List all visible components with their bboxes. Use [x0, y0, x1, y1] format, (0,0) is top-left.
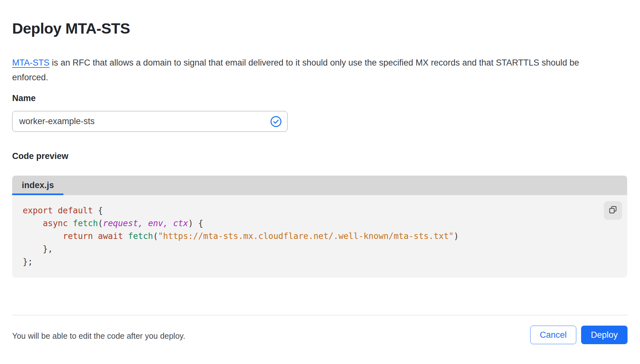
page-description: MTA-STS is an RFC that allows a domain t… [12, 55, 616, 85]
code-line: async fetch(request, env, ctx) { [23, 217, 627, 230]
copy-icon [608, 205, 618, 216]
name-input[interactable] [12, 111, 288, 132]
code-line: export default { [23, 204, 627, 217]
code-editor: export default { async fetch(request, en… [12, 195, 627, 278]
code-line: }; [23, 255, 627, 268]
name-label: Name [12, 93, 36, 103]
code-line: }, [23, 242, 627, 255]
tab-index-js[interactable]: index.js [12, 176, 64, 195]
name-input-wrap [12, 111, 288, 132]
code-lines: export default { async fetch(request, en… [23, 204, 627, 268]
code-tabbar: index.js [12, 176, 627, 195]
deploy-button[interactable]: Deploy [581, 326, 628, 344]
mta-sts-link[interactable]: MTA-STS [12, 58, 50, 67]
description-text: is an RFC that allows a domain to signal… [12, 58, 579, 82]
footer-divider [12, 315, 628, 315]
check-circle-icon [270, 115, 282, 128]
page-title: Deploy MTA-STS [12, 20, 130, 37]
cancel-button[interactable]: Cancel [530, 326, 576, 344]
code-preview-label: Code preview [12, 151, 69, 161]
tab-label: index.js [22, 180, 54, 190]
footer-note: You will be able to edit the code after … [12, 331, 185, 341]
copy-button[interactable] [604, 201, 622, 220]
code-preview-panel: index.js export default { async fetch(re… [12, 176, 627, 278]
code-line: return await fetch("https://mta-sts.mx.c… [23, 230, 627, 242]
